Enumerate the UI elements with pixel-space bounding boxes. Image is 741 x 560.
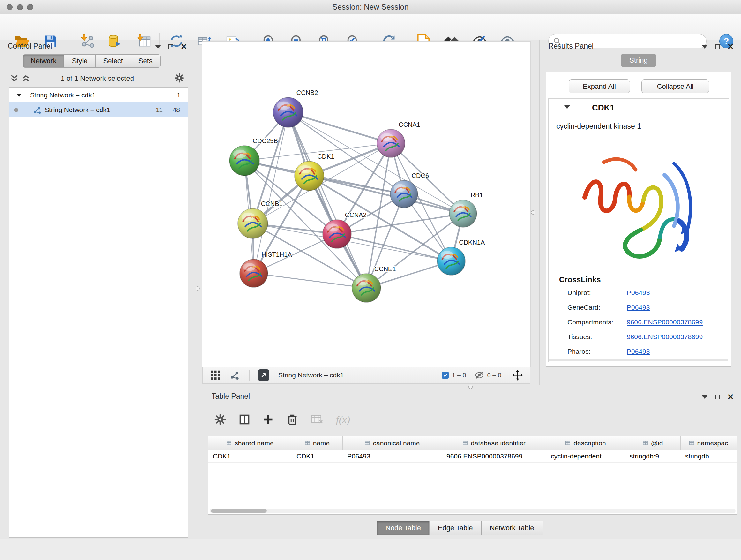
- results-scrollbar[interactable]: [549, 359, 728, 361]
- panel-close-icon[interactable]: ×: [181, 43, 187, 51]
- network-edge[interactable]: [337, 234, 451, 261]
- column-header[interactable]: namespac: [681, 436, 736, 449]
- crosslink-tissues[interactable]: 9606.ENSP00000378699: [627, 333, 703, 341]
- panel-close-icon[interactable]: ×: [728, 393, 733, 401]
- column-header[interactable]: shared name: [208, 436, 292, 449]
- import-network-file-icon[interactable]: [79, 32, 97, 50]
- tree-expand-icon[interactable]: [17, 94, 22, 97]
- tab-select[interactable]: Select: [95, 54, 131, 68]
- network-edge[interactable]: [288, 112, 366, 288]
- network-row-label: String Network – cdk1: [45, 106, 110, 114]
- expand-all-icon[interactable]: [20, 73, 31, 84]
- panel-close-icon[interactable]: ×: [728, 43, 733, 51]
- bottom-splitter-handle[interactable]: [468, 385, 473, 389]
- node-label: CDK1: [317, 153, 334, 160]
- crosslink-compartments[interactable]: 9606.ENSP00000378699: [627, 318, 703, 326]
- left-splitter-handle[interactable]: [196, 287, 200, 291]
- delete-column-trash-icon[interactable]: [284, 411, 300, 428]
- network-canvas[interactable]: CCNB2CCNA1CDC25BCDK1CDC6RB1CCNB1CCNA2CDK…: [202, 42, 530, 367]
- network-node-ccna2[interactable]: [323, 220, 351, 248]
- collapse-all-button[interactable]: Collapse All: [642, 79, 709, 93]
- network-node-ccna1[interactable]: [377, 129, 405, 158]
- network-node-cdkn1a[interactable]: [437, 247, 465, 275]
- right-splitter-handle[interactable]: [531, 210, 535, 214]
- column-icon: [226, 440, 232, 446]
- show-columns-icon[interactable]: [236, 411, 253, 428]
- network-node-ccnb2[interactable]: [273, 98, 303, 127]
- network-edge[interactable]: [254, 273, 366, 288]
- network-edge[interactable]: [288, 112, 391, 143]
- network-node-ccne1[interactable]: [352, 273, 381, 302]
- panel-float-icon[interactable]: [715, 44, 720, 49]
- panel-menu-icon[interactable]: [155, 45, 161, 49]
- pan-crosshair-icon[interactable]: [512, 370, 523, 381]
- hidden-count: 0 – 0: [487, 372, 501, 379]
- table-row[interactable]: CDK1 CDK1 P06493 9606.ENSP00000378699 cy…: [208, 450, 737, 462]
- string-network-icon: [33, 106, 42, 114]
- tab-network[interactable]: Network: [23, 54, 64, 68]
- node-label: CCNB2: [296, 89, 318, 96]
- network-status-bar: String Network – cdk1 1 – 0 0 – 0: [202, 367, 530, 384]
- network-node-cdk1[interactable]: [294, 161, 324, 191]
- panel-float-icon[interactable]: [715, 395, 720, 399]
- network-node-hist1h1a[interactable]: [240, 259, 268, 287]
- selected-count: 1 – 0: [452, 372, 466, 379]
- current-network-name: String Network – cdk1: [278, 371, 344, 379]
- tab-edge-table[interactable]: Edge Table: [429, 521, 482, 535]
- network-tree: String Network – cdk1 1 String Network –…: [9, 87, 188, 538]
- tab-sets[interactable]: Sets: [131, 54, 160, 68]
- network-options-gear-icon[interactable]: [174, 72, 185, 84]
- network-edge[interactable]: [254, 112, 288, 273]
- crosslink-uniprot[interactable]: P06493: [627, 289, 650, 297]
- window-minimize-button[interactable]: [17, 4, 23, 10]
- panel-menu-icon[interactable]: [702, 395, 708, 399]
- protein-structure-image: [565, 137, 699, 264]
- network-node-rb1[interactable]: [449, 200, 477, 227]
- table-hscrollbar[interactable]: [210, 509, 736, 513]
- tab-style[interactable]: Style: [64, 54, 96, 68]
- tab-node-table[interactable]: Node Table: [377, 521, 429, 535]
- node-table: shared name name canonical name database…: [208, 436, 737, 515]
- node-label: RB1: [471, 192, 483, 199]
- tab-string[interactable]: String: [621, 54, 656, 67]
- crosslink-genecard[interactable]: P06493: [627, 304, 650, 311]
- create-column-plus-icon[interactable]: [260, 411, 276, 428]
- column-header[interactable]: name: [292, 436, 343, 449]
- column-header[interactable]: @id: [625, 436, 681, 449]
- network-node-cdc25b[interactable]: [229, 145, 259, 176]
- entry-collapse-icon[interactable]: [564, 105, 570, 109]
- string-network-graph[interactable]: CCNB2CCNA1CDC25BCDK1CDC6RB1CCNB1CCNA2CDK…: [202, 42, 530, 367]
- network-node-cdc6[interactable]: [390, 180, 418, 208]
- column-header[interactable]: description: [546, 436, 625, 449]
- birdseye-view-icon[interactable]: [229, 370, 240, 380]
- network-node-ccnb1[interactable]: [238, 208, 268, 239]
- column-header[interactable]: canonical name: [343, 436, 442, 449]
- panel-float-icon[interactable]: [169, 44, 173, 49]
- import-table-icon[interactable]: [135, 32, 153, 50]
- crosslink-label: GeneCard:: [567, 304, 600, 311]
- function-builder-icon[interactable]: f(x): [332, 411, 354, 428]
- window-close-button[interactable]: [7, 4, 13, 10]
- column-icon: [565, 440, 571, 446]
- table-hscrollbar-thumb[interactable]: [211, 509, 267, 513]
- tab-network-table[interactable]: Network Table: [481, 521, 543, 535]
- crosslink-pharos[interactable]: P06493: [627, 348, 650, 355]
- delete-table-icon[interactable]: [309, 411, 326, 428]
- import-network-database-icon[interactable]: [106, 32, 124, 50]
- node-label: CDC6: [412, 172, 429, 179]
- table-settings-gear-icon[interactable]: [212, 411, 228, 428]
- crosslink-label: Uniprot:: [567, 289, 591, 297]
- grid-view-icon[interactable]: [210, 370, 220, 380]
- panel-menu-icon[interactable]: [702, 45, 708, 49]
- network-row-selected[interactable]: String Network – cdk1 11 48: [9, 103, 188, 117]
- collapse-all-icon[interactable]: [9, 73, 20, 84]
- export-view-icon[interactable]: [258, 369, 269, 381]
- results-divider: [539, 40, 540, 385]
- window-zoom-button[interactable]: [27, 4, 33, 10]
- selected-checkbox-icon[interactable]: [442, 372, 449, 379]
- column-header[interactable]: database identifier: [442, 436, 546, 449]
- network-node-count: 11: [156, 106, 163, 114]
- network-collection-row[interactable]: String Network – cdk1 1: [9, 88, 188, 103]
- control-panel-title: Control Panel: [8, 42, 52, 51]
- expand-all-button[interactable]: Expand All: [569, 79, 630, 93]
